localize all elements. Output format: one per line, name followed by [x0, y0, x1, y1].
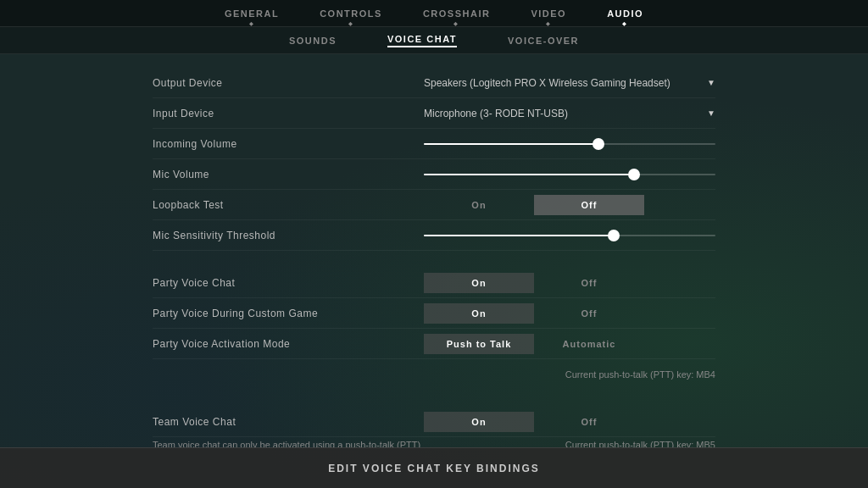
party-voice-custom-row: Party Voice During Custom Game On Off — [153, 298, 715, 329]
sub-navigation: SOUNDS VOICE CHAT VOICE-OVER — [0, 27, 868, 54]
party-voice-chat-off-button[interactable]: Off — [534, 273, 644, 293]
party-ptt-info-text: Current push-to-talk (PTT) key: MB4 — [424, 366, 715, 383]
team-voice-chat-row: Team Voice Chat On Off — [153, 407, 715, 437]
party-voice-activation-row: Party Voice Activation Mode Push to Talk… — [153, 329, 715, 359]
subnav-voice-over[interactable]: VOICE-OVER — [508, 36, 579, 46]
output-device-value: Speakers (Logitech PRO X Wireless Gaming… — [424, 77, 670, 89]
party-voice-custom-control: On Off — [424, 303, 715, 324]
mic-volume-label: Mic Volume — [153, 169, 424, 180]
bottom-bar: EDIT VOICE CHAT KEY BINDINGS — [0, 447, 868, 488]
team-voice-chat-control: On Off — [424, 412, 715, 432]
subnav-voice-chat[interactable]: VOICE CHAT — [387, 34, 457, 47]
input-device-arrow: ▼ — [707, 108, 715, 118]
party-voice-chat-toggle: On Off — [424, 273, 644, 293]
mic-sensitivity-fill — [424, 235, 614, 236]
input-device-control: Microphone (3- RODE NT-USB) ▼ — [424, 104, 715, 123]
party-voice-chat-label: Party Voice Chat — [153, 277, 424, 289]
mic-volume-row: Mic Volume — [153, 159, 715, 190]
nav-item-controls[interactable]: CONTROLS — [316, 8, 386, 19]
incoming-volume-fill — [424, 143, 598, 145]
party-voice-custom-toggle: On Off — [424, 303, 644, 324]
loopback-test-label: Loopback Test — [153, 199, 424, 211]
team-voice-info-row: Team voice chat can only be activated us… — [153, 437, 715, 447]
loopback-test-row: Loopback Test On Off — [153, 190, 715, 220]
push-to-talk-button[interactable]: Push to Talk — [424, 334, 534, 354]
party-voice-chat-on-button[interactable]: On — [424, 273, 534, 293]
mic-sensitivity-track — [424, 235, 715, 236]
input-device-dropdown[interactable]: Microphone (3- RODE NT-USB) ▼ — [424, 104, 715, 123]
loopback-off-button[interactable]: Off — [534, 195, 644, 215]
team-voice-chat-off-button[interactable]: Off — [534, 412, 644, 432]
party-voice-activation-label: Party Voice Activation Mode — [153, 338, 424, 350]
output-device-arrow: ▼ — [707, 78, 715, 87]
top-navigation: GENERAL CONTROLS CROSSHAIR VIDEO AUDIO — [0, 0, 868, 27]
party-voice-activation-control: Push to Talk Automatic — [424, 334, 715, 354]
incoming-volume-label: Incoming Volume — [153, 138, 424, 150]
incoming-volume-slider[interactable] — [424, 136, 715, 152]
mic-sensitivity-control — [424, 227, 715, 244]
team-voice-info-left: Team voice chat can only be activated us… — [153, 440, 424, 447]
mic-sensitivity-label: Mic Sensitivity Threshold — [153, 230, 424, 241]
incoming-volume-row: Incoming Volume — [153, 129, 715, 159]
subnav-sounds[interactable]: SOUNDS — [289, 36, 337, 46]
mic-volume-fill — [424, 174, 634, 175]
incoming-volume-control — [424, 136, 715, 152]
party-voice-chat-control: On Off — [424, 273, 715, 293]
incoming-volume-thumb[interactable] — [593, 138, 604, 150]
team-voice-chat-label: Team Voice Chat — [153, 416, 424, 428]
edit-key-bindings-button[interactable]: EDIT VOICE CHAT KEY BINDINGS — [294, 456, 574, 481]
mic-volume-control — [424, 166, 715, 183]
output-device-row: Output Device Speakers (Logitech PRO X W… — [153, 68, 715, 98]
party-voice-chat-row: Party Voice Chat On Off — [153, 268, 715, 298]
settings-content: Output Device Speakers (Logitech PRO X W… — [0, 54, 868, 447]
mic-volume-slider[interactable] — [424, 166, 715, 183]
team-voice-info-right: Current push-to-talk (PTT) key: MB5 — [424, 440, 715, 447]
team-voice-chat-on-button[interactable]: On — [424, 412, 534, 432]
output-device-dropdown[interactable]: Speakers (Logitech PRO X Wireless Gaming… — [424, 74, 715, 92]
party-voice-custom-on-button[interactable]: On — [424, 303, 534, 324]
input-device-value: Microphone (3- RODE NT-USB) — [424, 108, 568, 119]
input-device-label: Input Device — [153, 108, 424, 119]
party-voice-custom-off-button[interactable]: Off — [534, 303, 644, 324]
automatic-button[interactable]: Automatic — [534, 334, 644, 354]
mic-volume-track — [424, 174, 715, 175]
incoming-volume-track — [424, 143, 715, 145]
mic-volume-thumb[interactable] — [628, 169, 640, 180]
party-voice-activation-toggle: Push to Talk Automatic — [424, 334, 644, 354]
loopback-on-button[interactable]: On — [424, 195, 534, 215]
input-device-row: Input Device Microphone (3- RODE NT-USB)… — [153, 98, 715, 129]
mic-sensitivity-slider[interactable] — [424, 227, 715, 244]
party-ptt-info-row: Current push-to-talk (PTT) key: MB4 — [153, 359, 715, 390]
nav-item-crosshair[interactable]: CROSSHAIR — [420, 8, 494, 19]
party-voice-custom-label: Party Voice During Custom Game — [153, 308, 424, 319]
nav-item-audio[interactable]: AUDIO — [604, 8, 647, 19]
mic-sensitivity-row: Mic Sensitivity Threshold — [153, 220, 715, 251]
output-device-label: Output Device — [153, 77, 424, 89]
mic-sensitivity-thumb[interactable] — [608, 230, 620, 241]
party-ptt-info-control: Current push-to-talk (PTT) key: MB4 — [424, 366, 715, 383]
output-device-control: Speakers (Logitech PRO X Wireless Gaming… — [424, 74, 715, 92]
loopback-toggle-group: On Off — [424, 195, 644, 215]
nav-item-video[interactable]: VIDEO — [527, 8, 570, 19]
team-voice-chat-toggle: On Off — [424, 412, 644, 432]
nav-item-general[interactable]: GENERAL — [221, 8, 282, 19]
loopback-test-control: On Off — [424, 195, 715, 215]
